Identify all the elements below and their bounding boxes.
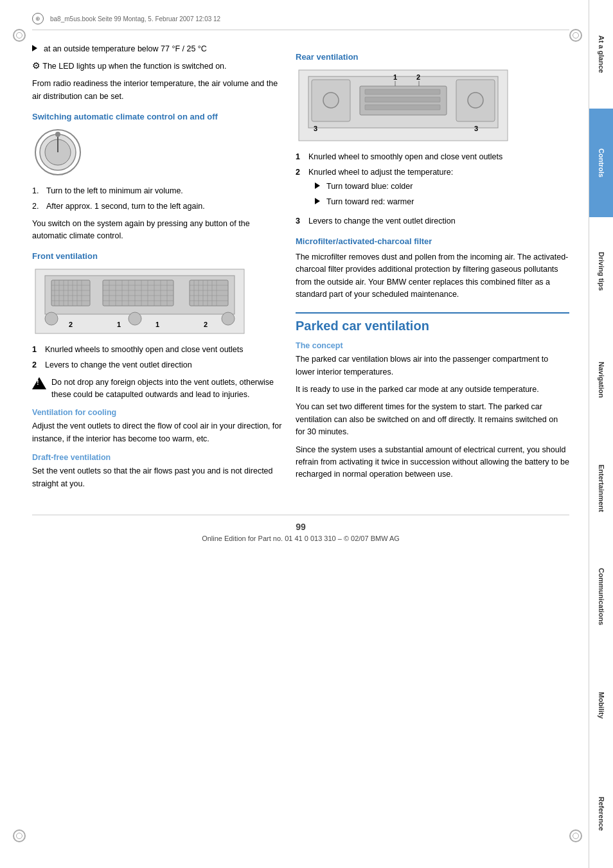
svg-point-45 [45,312,58,325]
warning-text: Do not drop any foreign objects into the… [51,376,283,401]
front-vent-item-1: 1 Knurled wheels to smoothly open and cl… [32,344,283,356]
tab-bar: At a glance Controls Driving tips Naviga… [589,0,613,868]
svg-text:2: 2 [69,321,73,328]
svg-rect-34 [190,280,228,306]
step-1: 1. Turn to the left to minimum air volum… [32,185,283,197]
rear-vent-item-3: 3 Levers to change the vent outlet direc… [296,215,569,227]
page-number: 99 [32,522,569,532]
rear-vent-diagram: 1 2 3 3 [296,67,569,146]
svg-point-47 [222,312,235,325]
left-column: at an outside temperature below 77 °F / … [32,43,283,495]
rear-vent-heading: Rear ventilation [296,52,569,62]
rear-sub-item-warmer: Turn toward red: warmer [315,196,453,208]
svg-text:2: 2 [204,321,208,328]
svg-text:1: 1 [117,321,121,328]
front-vent-item-2: 2 Levers to change the vent outlet direc… [32,359,283,371]
svg-text:1: 1 [393,73,397,81]
led-symbol: ⚙ [32,60,40,71]
svg-point-60 [323,93,339,108]
page-footer: 99 Online Edition for Part no. 01 41 0 0… [32,515,569,542]
concept-p2: It is ready to use in the parked car mod… [296,384,569,396]
svg-rect-58 [365,97,440,102]
knob-image [32,127,283,180]
tab-at-a-glance[interactable]: At a glance [589,0,613,109]
warning-triangle-icon [32,377,46,389]
rear-vent-item-1: 1 Knurled wheel to smoothly open and clo… [296,151,569,163]
tab-mobility[interactable]: Mobility [589,651,613,759]
microfilter-text: The microfilter removes dust and pollen … [296,251,569,301]
file-header: ⊕ ba8_m5us.book Seite 99 Montag, 5. Febr… [32,13,569,30]
front-vent-heading: Front ventilation [32,251,283,261]
rear-vent-item-2: 2 Knurled wheel to adjust the temperatur… [296,166,569,212]
step-2: 2. After approx. 1 second, turn to the l… [32,200,283,213]
file-header-text: ba8_m5us.book Seite 99 Montag, 5. Februa… [50,15,220,22]
bullet-temperature-text: at an outside temperature below 77 °F / … [44,43,207,55]
tab-driving-tips[interactable]: Driving tips [589,217,613,326]
online-edition-text: Online Edition for Part no. 01 41 0 013 … [202,535,400,542]
svg-rect-7 [51,280,90,306]
front-vent-list: 1 Knurled wheels to smoothly open and cl… [32,344,283,371]
concept-p3: You can set two different times for the … [296,401,569,438]
rear-vent-svg: 1 2 3 3 [296,67,514,144]
warning-box: Do not drop any foreign objects into the… [32,376,283,401]
front-vent-diagram: 2 1 1 2 [32,266,283,339]
tab-navigation[interactable]: Navigation [589,326,613,434]
switching-heading: Switching automatic climate control on a… [32,112,283,121]
compass-icon: ⊕ [32,13,44,24]
concept-p4: Since the system uses a substantial amou… [296,444,569,481]
tab-communications[interactable]: Communications [589,542,613,651]
microfilter-heading: Microfilter/activated-charcoal filter [296,236,569,246]
svg-text:1: 1 [155,321,159,328]
tri-bullet-colder [315,182,320,189]
svg-rect-59 [365,105,440,110]
svg-point-61 [468,93,483,108]
triangle-bullet [32,45,37,51]
steps-list: 1. Turn to the left to minimum air volum… [32,185,283,213]
right-column: Rear ventilation [296,43,569,495]
svg-rect-57 [365,89,440,94]
tri-bullet-warmer [315,198,320,204]
main-content: ⊕ ba8_m5us.book Seite 99 Montag, 5. Febr… [0,0,589,868]
svg-text:2: 2 [416,73,420,81]
bullet-item-temperature: at an outside temperature below 77 °F / … [32,43,283,55]
svg-point-46 [129,312,141,325]
knob-svg [32,127,84,178]
rear-vent-list: 1 Knurled wheel to smoothly open and clo… [296,151,569,227]
tab-reference[interactable]: Reference [589,759,613,868]
front-vent-svg: 2 1 1 2 [32,266,251,337]
draft-free-text: Set the vent outlets so that the air flo… [32,465,283,490]
tab-entertainment[interactable]: Entertainment [589,434,613,543]
from-radio-text: From radio readiness the interior temper… [32,78,283,103]
led-text: The LED lights up when the function is s… [42,62,226,71]
led-notice: ⚙ The LED lights up when the function is… [32,59,283,73]
rear-sub-item-colder: Turn toward blue: colder [315,181,453,193]
svg-text:3: 3 [314,125,317,132]
concept-heading: The concept [296,341,569,350]
svg-text:3: 3 [474,125,478,132]
two-column-layout: at an outside temperature below 77 °F / … [32,43,569,495]
svg-rect-19 [103,280,173,306]
concept-p1: The parked car ventilation blows air int… [296,353,569,378]
vent-cooling-heading: Ventilation for cooling [32,408,283,417]
tab-controls[interactable]: Controls [589,109,613,217]
svg-point-3 [55,132,60,137]
you-switch-text: You switch on the system again by pressi… [32,218,283,243]
draft-free-heading: Draft-free ventilation [32,453,283,462]
vent-cooling-text: Adjust the vent outlets to direct the fl… [32,420,283,445]
parked-car-heading: Parked car ventilation [296,312,569,333]
